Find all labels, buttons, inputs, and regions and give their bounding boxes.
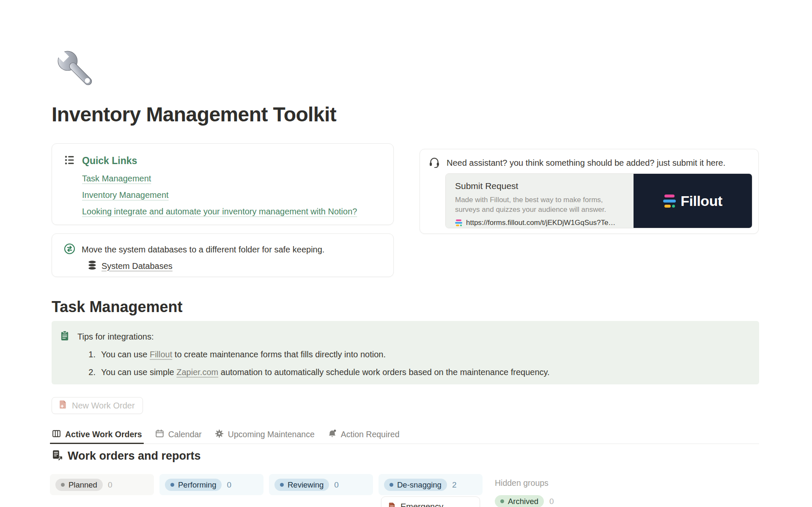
group-count: 0 xyxy=(334,480,339,490)
view-tabs: Active Work Orders Calendar xyxy=(52,425,759,444)
fillout-link[interactable]: Fillout xyxy=(150,350,172,359)
tips-item-2: 2. You can use simple Zapier.com automat… xyxy=(86,366,749,378)
tips-item-text: You can use simple Zapier.com automation… xyxy=(101,366,550,378)
kanban-board: Planned 0 Performing 0 Reviewing 0 De-sn… xyxy=(50,474,483,495)
column-reviewing: Reviewing 0 xyxy=(269,474,373,495)
quick-links-heading: Quick Links xyxy=(82,155,137,167)
column-de-snagging: De-snagging 2 xyxy=(379,474,483,495)
tab-active-work-orders[interactable]: Active Work Orders xyxy=(52,425,142,444)
quick-links-card: Quick Links Task Management Inventory Ma… xyxy=(52,143,394,225)
bookmark-info: Submit Request Made with Fillout, the be… xyxy=(446,174,634,228)
tips-item-number: 1. xyxy=(86,348,96,361)
group-count: 2 xyxy=(452,480,457,490)
new-work-order-button[interactable]: New Work Order xyxy=(52,397,143,414)
clipboard-icon xyxy=(59,330,70,343)
status-dot xyxy=(390,483,393,487)
column-planned: Planned 0 xyxy=(50,474,154,495)
gear-icon xyxy=(214,429,224,441)
group-count: 0 xyxy=(549,497,554,506)
board-title: Work orders and reports xyxy=(68,449,201,463)
move-callout-text: Move the system databases to a different… xyxy=(82,245,324,255)
tab-action-required[interactable]: Action Required xyxy=(327,425,400,444)
swap-arrows-icon xyxy=(64,243,75,256)
link-inventory-management[interactable]: Inventory Management xyxy=(82,190,381,200)
board-icon xyxy=(52,429,61,441)
link-integrate-automate[interactable]: Looking integrate and automate your inve… xyxy=(82,207,381,217)
tips-title: Tips for integrations: xyxy=(77,332,154,342)
status-dot xyxy=(500,499,504,503)
move-callout-card: Move the system databases to a different… xyxy=(52,233,394,277)
group-count: 0 xyxy=(108,480,112,490)
fillout-brand-name: Fillout xyxy=(680,193,722,209)
zapier-link[interactable]: Zapier.com xyxy=(176,367,218,377)
assist-message: Need assistant? you think something shou… xyxy=(447,158,725,168)
bookmark-description: Made with Fillout, the best way to make … xyxy=(455,195,624,215)
fillout-brand-panel: Fillout xyxy=(634,174,752,228)
tab-upcoming-maintenance[interactable]: Upcoming Maintenance xyxy=(214,425,315,444)
link-task-management[interactable]: Task Management xyxy=(82,174,381,184)
status-dot xyxy=(61,483,65,487)
board-card-emergency[interactable]: Emergency xyxy=(381,496,480,507)
board-title-row: Work orders and reports xyxy=(52,449,201,463)
bookmark-title: Submit Request xyxy=(455,181,624,191)
status-dot xyxy=(280,483,284,487)
fillout-bookmark[interactable]: Submit Request Made with Fillout, the be… xyxy=(445,173,752,228)
group-count: 0 xyxy=(227,480,231,490)
hidden-groups-section: Hidden groups Archived 0 xyxy=(495,478,554,507)
group-chip-performing[interactable]: Performing xyxy=(165,479,222,491)
headset-icon xyxy=(428,156,440,170)
tab-calendar[interactable]: Calendar xyxy=(155,425,202,444)
group-chip-archived[interactable]: Archived xyxy=(495,495,544,507)
assist-card: Need assistant? you think something shou… xyxy=(420,149,759,234)
tips-item-1: 1. You can use Fillout to create mainten… xyxy=(86,348,749,361)
fillout-logo-icon xyxy=(663,195,676,208)
card-title: Emergency xyxy=(401,502,443,507)
page-wrench-icon[interactable] xyxy=(52,45,102,96)
group-chip-de-snagging[interactable]: De-snagging xyxy=(384,479,447,491)
fillout-favicon-icon xyxy=(455,219,462,227)
tips-item-number: 2. xyxy=(86,366,96,378)
column-performing: Performing 0 xyxy=(159,474,263,495)
group-chip-reviewing[interactable]: Reviewing xyxy=(274,479,329,491)
calendar-icon xyxy=(155,429,165,441)
new-work-order-label: New Work Order xyxy=(72,401,135,411)
emergency-page-icon xyxy=(387,502,396,507)
bell-dot-icon xyxy=(327,429,337,441)
database-icon xyxy=(87,260,97,272)
task-management-heading: Task Management xyxy=(52,298,182,316)
system-databases-link[interactable]: System Databases xyxy=(102,261,173,271)
notion-page: Inventory Management Toolkit Quick Links… xyxy=(0,0,812,507)
linked-database-icon xyxy=(52,449,63,463)
tips-item-text: You can use Fillout to create maintenanc… xyxy=(101,348,386,361)
list-icon xyxy=(64,154,75,167)
page-title: Inventory Management Toolkit xyxy=(52,103,336,126)
bookmark-url: https://forms.fillout.com/t/jEKDjW1GqSus… xyxy=(466,219,618,227)
group-chip-planned[interactable]: Planned xyxy=(55,479,103,491)
page-plus-icon xyxy=(58,400,68,411)
tips-callout: Tips for integrations: 1. You can use Fi… xyxy=(52,321,759,384)
hidden-groups-title: Hidden groups xyxy=(495,478,554,488)
status-dot xyxy=(170,483,174,487)
